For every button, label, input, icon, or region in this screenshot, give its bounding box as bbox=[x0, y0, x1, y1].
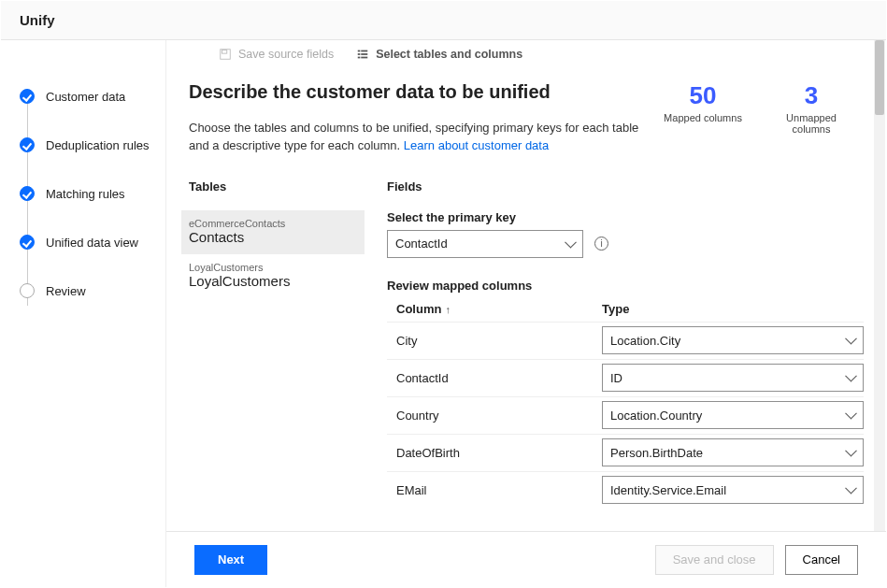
svg-rect-6 bbox=[358, 57, 361, 59]
column-type-value: Person.BirthDate bbox=[610, 446, 703, 460]
primary-key-label: Select the primary key bbox=[387, 210, 864, 224]
sort-ascending-icon: ↑ bbox=[445, 304, 451, 315]
toolbar-select-tables-label: Select tables and columns bbox=[376, 48, 522, 61]
table-item[interactable]: eCommerceContactsContacts bbox=[181, 210, 365, 254]
stat-mapped-value: 50 bbox=[658, 81, 748, 110]
step-complete-icon bbox=[20, 235, 35, 250]
page-title: Describe the customer data to be unified bbox=[189, 81, 658, 103]
wizard-step[interactable]: Customer data bbox=[20, 72, 165, 121]
cancel-button[interactable]: Cancel bbox=[785, 545, 858, 575]
svg-rect-1 bbox=[222, 50, 227, 54]
toolbar: Save source fields Select tables and col… bbox=[166, 40, 886, 68]
column-type-select[interactable]: Location.Country bbox=[602, 401, 864, 429]
table-name: LoyalCustomers bbox=[189, 273, 357, 289]
stat-mapped: 50 Mapped columns bbox=[658, 81, 748, 135]
column-type-select[interactable]: Identity.Service.Email bbox=[602, 476, 864, 504]
wizard-step[interactable]: Review bbox=[20, 266, 165, 315]
column-name: City bbox=[387, 334, 602, 348]
toolbar-save-source-label: Save source fields bbox=[238, 48, 334, 61]
fields-heading: Fields bbox=[387, 179, 864, 194]
wizard-sidebar: Customer dataDeduplication rulesMatching… bbox=[1, 40, 165, 587]
wizard-step[interactable]: Unified data view bbox=[20, 218, 165, 266]
footer: Next Save and close Cancel bbox=[166, 531, 886, 587]
wizard-step-label: Unified data view bbox=[46, 236, 138, 250]
column-mapping-row: CountryLocation.Country bbox=[387, 396, 864, 434]
table-name: Contacts bbox=[189, 229, 357, 245]
primary-key-select[interactable]: ContactId bbox=[387, 230, 583, 258]
toolbar-select-tables[interactable]: Select tables and columns bbox=[356, 48, 522, 61]
wizard-step-label: Review bbox=[46, 284, 86, 298]
wizard-step-label: Customer data bbox=[46, 90, 125, 104]
table-source: eCommerceContacts bbox=[189, 218, 357, 229]
column-name: EMail bbox=[387, 483, 602, 497]
column-type-value: Identity.Service.Email bbox=[610, 483, 726, 497]
app-title: Unify bbox=[20, 12, 55, 28]
step-complete-icon bbox=[20, 137, 35, 152]
step-pending-icon bbox=[20, 283, 35, 298]
step-complete-icon bbox=[20, 186, 35, 201]
column-name: DateOfBirth bbox=[387, 446, 602, 460]
wizard-step-label: Deduplication rules bbox=[46, 138, 150, 152]
column-type-select[interactable]: Person.BirthDate bbox=[602, 438, 864, 466]
column-mapping-row: CityLocation.City bbox=[387, 322, 864, 359]
column-type-value: ID bbox=[610, 371, 622, 385]
column-header-column[interactable]: Column↑ bbox=[387, 302, 602, 316]
column-type-select[interactable]: Location.City bbox=[602, 326, 864, 354]
app-header: Unify bbox=[1, 1, 886, 40]
column-mapping-row: EMailIdentity.Service.Email bbox=[387, 471, 864, 509]
column-type-select[interactable]: ID bbox=[602, 364, 864, 392]
page-description: Choose the tables and columns to be unif… bbox=[189, 120, 658, 155]
column-name: Country bbox=[387, 409, 602, 423]
wizard-step[interactable]: Matching rules bbox=[20, 169, 165, 218]
svg-rect-7 bbox=[361, 57, 367, 59]
column-name: ContactId bbox=[387, 371, 602, 385]
next-button[interactable]: Next bbox=[194, 545, 267, 575]
wizard-step[interactable]: Deduplication rules bbox=[20, 121, 165, 169]
stat-mapped-label: Mapped columns bbox=[658, 112, 748, 123]
learn-link[interactable]: Learn about customer data bbox=[404, 138, 549, 152]
column-type-value: Location.Country bbox=[610, 409, 702, 423]
svg-rect-5 bbox=[361, 53, 367, 55]
stat-unmapped-label: Unmapped columns bbox=[766, 112, 856, 135]
column-type-value: Location.City bbox=[610, 334, 680, 348]
wizard-step-label: Matching rules bbox=[46, 187, 125, 201]
column-mapping-row: DateOfBirthPerson.BirthDate bbox=[387, 434, 864, 471]
list-icon bbox=[356, 48, 369, 61]
review-columns-label: Review mapped columns bbox=[387, 279, 864, 293]
vertical-scrollbar[interactable] bbox=[874, 40, 885, 531]
toolbar-save-source: Save source fields bbox=[219, 48, 334, 61]
step-complete-icon bbox=[20, 89, 35, 104]
svg-rect-4 bbox=[358, 53, 361, 55]
save-icon bbox=[219, 48, 232, 61]
stat-unmapped-value: 3 bbox=[766, 81, 856, 110]
scrollbar-thumb[interactable] bbox=[875, 40, 884, 115]
svg-rect-2 bbox=[358, 50, 361, 52]
save-and-close-button: Save and close bbox=[655, 545, 774, 575]
table-item[interactable]: LoyalCustomersLoyalCustomers bbox=[181, 254, 365, 298]
info-icon[interactable]: i bbox=[594, 237, 608, 251]
primary-key-value: ContactId bbox=[395, 237, 448, 251]
stat-unmapped: 3 Unmapped columns bbox=[766, 81, 856, 135]
tables-heading: Tables bbox=[189, 179, 365, 194]
column-header-type[interactable]: Type bbox=[602, 302, 864, 316]
table-source: LoyalCustomers bbox=[189, 262, 357, 273]
svg-rect-3 bbox=[361, 50, 367, 52]
column-mapping-row: ContactIdID bbox=[387, 359, 864, 396]
